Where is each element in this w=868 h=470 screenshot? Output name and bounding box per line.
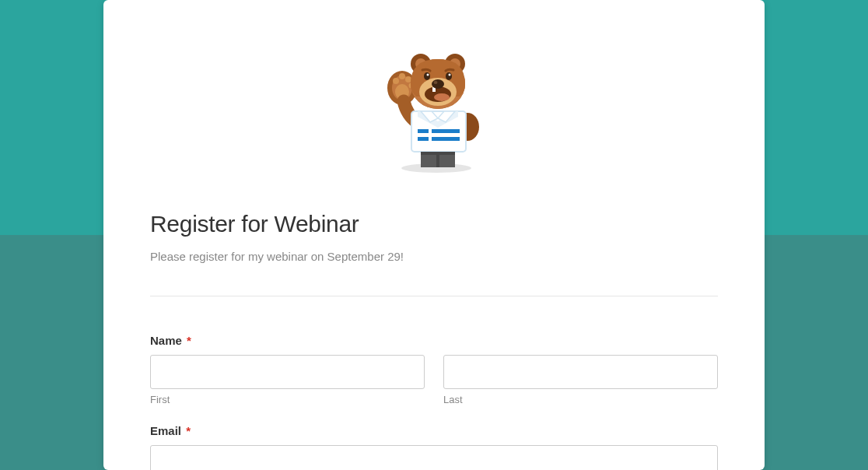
svg-point-7 bbox=[405, 76, 411, 82]
svg-rect-26 bbox=[418, 129, 429, 133]
form-card: Register for Webinar Please register for… bbox=[103, 0, 765, 470]
email-label-text: Email bbox=[150, 424, 181, 437]
divider bbox=[150, 296, 718, 296]
last-name-sublabel: Last bbox=[443, 394, 718, 405]
required-asterisk: * bbox=[187, 334, 191, 347]
svg-point-22 bbox=[426, 74, 429, 76]
email-input[interactable] bbox=[150, 445, 718, 470]
bear-mascot-icon bbox=[374, 45, 495, 174]
svg-point-19 bbox=[432, 79, 444, 89]
name-label: Name * bbox=[150, 334, 718, 347]
last-name-col: Last bbox=[443, 355, 718, 405]
required-asterisk: * bbox=[186, 424, 191, 437]
form-logo bbox=[150, 45, 718, 174]
name-row: First Last bbox=[150, 355, 718, 405]
svg-point-23 bbox=[446, 72, 452, 80]
first-name-input[interactable] bbox=[150, 355, 425, 389]
svg-point-17 bbox=[434, 93, 450, 101]
name-field-group: Name * First Last bbox=[150, 334, 718, 405]
first-name-sublabel: First bbox=[150, 394, 425, 405]
svg-point-21 bbox=[424, 72, 430, 80]
email-field-group: Email * bbox=[150, 424, 718, 470]
svg-point-5 bbox=[393, 78, 399, 84]
svg-point-24 bbox=[448, 74, 450, 76]
form-title: Register for Webinar bbox=[150, 211, 718, 237]
form-description: Please register for my webinar on Septem… bbox=[150, 250, 718, 263]
svg-point-20 bbox=[433, 81, 437, 84]
svg-rect-29 bbox=[432, 137, 460, 141]
name-label-text: Name bbox=[150, 334, 182, 347]
svg-rect-27 bbox=[432, 129, 460, 133]
first-name-col: First bbox=[150, 355, 425, 405]
svg-rect-32 bbox=[436, 155, 439, 167]
email-label: Email * bbox=[150, 424, 718, 437]
last-name-input[interactable] bbox=[443, 355, 718, 389]
svg-point-6 bbox=[399, 73, 405, 79]
svg-rect-31 bbox=[421, 152, 455, 155]
svg-rect-28 bbox=[418, 137, 429, 141]
